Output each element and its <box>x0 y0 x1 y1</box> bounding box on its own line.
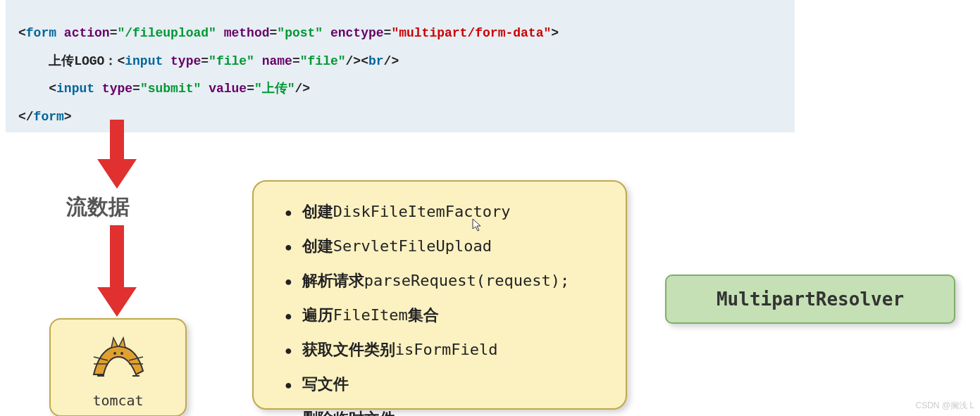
multipart-resolver-label: MultipartResolver <box>717 289 904 310</box>
svg-marker-3 <box>97 287 137 317</box>
tag-form: form <box>26 26 56 40</box>
svg-rect-2 <box>110 225 124 287</box>
multipart-resolver-box: MultipartResolver <box>665 275 955 324</box>
cursor-icon <box>472 218 482 236</box>
tomcat-icon <box>87 332 150 384</box>
arrow-down-icon <box>97 225 137 317</box>
svg-marker-1 <box>97 159 137 189</box>
steps-list: 创建DiskFileItemFactory 创建ServletFileUploa… <box>285 200 609 416</box>
list-item: 写文件 <box>285 372 609 397</box>
watermark: CSDN @搁浅 L <box>915 400 974 412</box>
arrow-down-icon <box>97 120 137 189</box>
steps-box: 创建DiskFileItemFactory 创建ServletFileUploa… <box>252 180 627 410</box>
svg-point-5 <box>120 352 123 355</box>
stream-data-label: 流数据 <box>66 193 130 222</box>
list-item: 创建ServletFileUpload <box>285 234 609 259</box>
list-item: 删除临时文件 <box>285 407 609 416</box>
tomcat-label: tomcat <box>51 392 185 409</box>
tomcat-box: tomcat <box>49 318 187 416</box>
list-item: 创建DiskFileItemFactory <box>285 200 609 225</box>
svg-point-4 <box>113 352 116 355</box>
list-item: 遍历FileItem集合 <box>285 303 609 328</box>
list-item: 获取文件类别isFormField <box>285 338 609 363</box>
svg-rect-0 <box>110 120 124 159</box>
code-block: <form action="/fileupload" method="post"… <box>6 0 795 132</box>
list-item: 解析请求parseRequest(request); <box>285 269 609 294</box>
